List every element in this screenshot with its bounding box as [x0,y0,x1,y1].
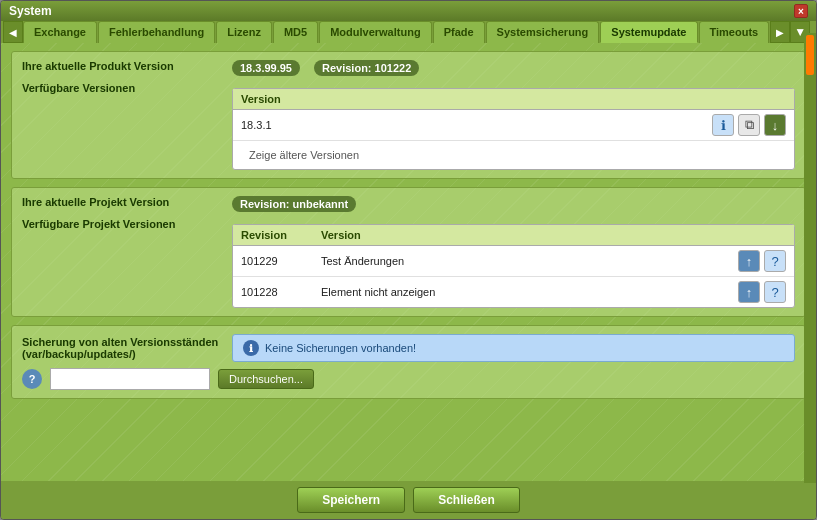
main-window: System × ◀ Exchange Fehlerbehandlung Liz… [0,0,817,520]
tab-modulverwaltung[interactable]: Modulverwaltung [319,21,431,43]
no-backups-banner: ℹ Keine Sicherungen vorhanden! [232,334,795,362]
info-button-0[interactable]: ℹ [712,114,734,136]
version-badge: 18.3.99.95 [232,60,300,76]
tab-bar: ◀ Exchange Fehlerbehandlung Lizenz MD5 M… [1,21,816,43]
available-project-label: Verfügbare Projekt Versionen [22,218,222,230]
proj-revision-1: 101228 [241,286,321,298]
col-revision-header: Revision [241,229,321,241]
tab-prev-button[interactable]: ◀ [3,21,23,43]
tab-pfade[interactable]: Pfade [433,21,485,43]
current-version-row: Ihre aktuelle Produkt Version 18.3.99.95… [22,60,795,76]
tab-lizenz[interactable]: Lizenz [216,21,272,43]
browse-button[interactable]: Durchsuchen... [218,369,314,389]
tab-timeouts[interactable]: Timeouts [699,21,770,43]
copy-button-0[interactable]: ⧉ [738,114,760,136]
upload-button-1[interactable]: ↑ [738,281,760,303]
help-button-1[interactable]: ? [764,281,786,303]
no-backup-info-icon: ℹ [243,340,259,356]
col-version-header: Version [321,229,786,241]
proj-version-1: Element nicht anzeigen [321,286,738,298]
version-row-0: 18.3.1 ℹ ⧉ ↓ [233,110,794,141]
info-icon-0: ℹ [721,118,726,133]
backup-top-row: Sicherung von alten Versionsständen (var… [22,334,795,362]
available-project-row: Verfügbare Projekt Versionen Revision Ve… [22,218,795,308]
available-versions-row: Verfügbare Versionen Version 18.3.1 ℹ ⧉ [22,82,795,170]
project-table-header: Revision Version [233,225,794,246]
download-icon-0: ↓ [772,118,779,133]
upload-button-0[interactable]: ↑ [738,250,760,272]
help-icon-0: ? [771,254,778,269]
project-row-1: 101228 Element nicht anzeigen ↑ ? [233,277,794,307]
backup-help-button[interactable]: ? [22,369,42,389]
backup-section: Sicherung von alten Versionsständen (var… [11,325,806,399]
upload-icon-1: ↑ [746,285,753,300]
browse-input[interactable] [50,368,210,390]
next-icon: ▶ [776,27,784,38]
copy-icon-0: ⧉ [745,117,754,133]
version-table: Version 18.3.1 ℹ ⧉ ↓ [232,88,795,170]
available-versions-label: Verfügbare Versionen [22,82,222,94]
project-row-0: 101229 Test Änderungen ↑ ? [233,246,794,277]
close-button-footer[interactable]: Schließen [413,487,520,513]
scrollbar-thumb [806,35,814,75]
main-content: Ihre aktuelle Produkt Version 18.3.99.95… [1,43,816,481]
help-button-0[interactable]: ? [764,250,786,272]
current-version-section: Ihre aktuelle Produkt Version 18.3.99.95… [11,51,806,179]
show-older-link[interactable]: Zeige ältere Versionen [241,145,786,165]
proj-revision-0: 101229 [241,255,321,267]
project-revision-badge: Revision: unbekannt [232,196,356,212]
tab-next-button[interactable]: ▶ [770,21,790,43]
download-button-0[interactable]: ↓ [764,114,786,136]
project-version-row: Ihre aktuelle Projekt Version Revision: … [22,196,795,212]
title-bar: System × [1,1,816,21]
browse-row: ? Durchsuchen... [22,368,795,390]
backup-label: Sicherung von alten Versionsständen (var… [22,336,222,360]
tab-md5[interactable]: MD5 [273,21,318,43]
project-table: Revision Version 101229 Test Änderungen … [232,224,795,308]
proj-version-0: Test Änderungen [321,255,738,267]
close-button[interactable]: × [794,4,808,18]
show-older-row[interactable]: Zeige ältere Versionen [233,141,794,169]
save-button[interactable]: Speichern [297,487,405,513]
footer: Speichern Schließen [1,481,816,519]
version-actions-0: ℹ ⧉ ↓ [712,114,786,136]
window-title: System [9,4,52,18]
help-icon-1: ? [771,285,778,300]
version-cell-0: 18.3.1 [241,119,712,131]
close-icon: × [798,6,804,17]
tab-systemupdate[interactable]: Systemupdate [600,21,697,43]
project-version-section: Ihre aktuelle Projekt Version Revision: … [11,187,806,317]
project-actions-1: ↑ ? [738,281,786,303]
no-backup-text: Keine Sicherungen vorhanden! [265,342,416,354]
tab-exchange[interactable]: Exchange [23,21,97,43]
backup-help-icon: ? [29,373,36,385]
version-table-header: Version [233,89,794,110]
project-actions-0: ↑ ? [738,250,786,272]
current-version-label: Ihre aktuelle Produkt Version [22,60,222,72]
revision-badge: Revision: 101222 [314,60,419,76]
upload-icon-0: ↑ [746,254,753,269]
tab-fehlerbehandlung[interactable]: Fehlerbehandlung [98,21,215,43]
tab-systemsicherung[interactable]: Systemsicherung [486,21,600,43]
prev-icon: ◀ [9,27,17,38]
project-version-label: Ihre aktuelle Projekt Version [22,196,222,208]
scrollbar[interactable] [804,33,816,483]
